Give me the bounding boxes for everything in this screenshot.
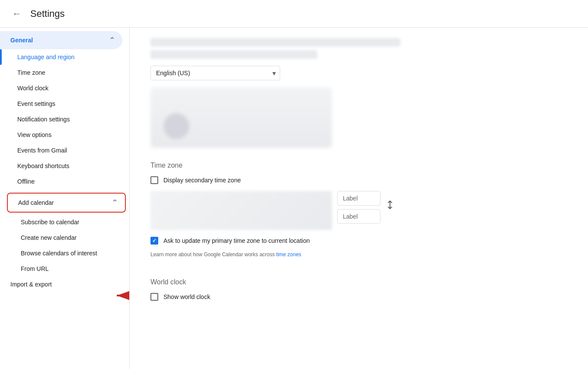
sidebar-item-notification-settings[interactable]: Notification settings bbox=[0, 111, 129, 127]
add-calendar-chevron-icon: ⌃ bbox=[112, 198, 118, 207]
sidebar-add-calendar-label: Add calendar bbox=[18, 199, 54, 206]
timezone-select-area bbox=[150, 191, 332, 230]
sidebar-item-world-clock[interactable]: World clock bbox=[0, 80, 129, 96]
show-world-clock-checkbox[interactable] bbox=[150, 293, 158, 301]
blurred-row-1 bbox=[150, 38, 400, 47]
ask-update-tz-row: Ask to update my primary time zone to cu… bbox=[150, 237, 567, 245]
secondary-tz-row: Display secondary time zone bbox=[150, 176, 567, 184]
language-select-container[interactable]: English (US)English (UK)SpanishFrenchGer… bbox=[150, 66, 280, 80]
sidebar-item-subscribe[interactable]: Subscribe to calendar bbox=[0, 214, 129, 230]
swap-timezone-icon[interactable] bbox=[386, 191, 394, 210]
sidebar-item-time-zone[interactable]: Time zone bbox=[0, 65, 129, 80]
learn-more-text: Learn more about how Google Calendar wor… bbox=[150, 251, 567, 258]
content-area: English (US)English (UK)SpanishFrenchGer… bbox=[130, 28, 588, 369]
sidebar-item-event-settings[interactable]: Event settings bbox=[0, 96, 129, 111]
timezone-heading: Time zone bbox=[150, 162, 567, 169]
blurred-row-2 bbox=[150, 50, 317, 59]
time-zones-link[interactable]: time zones bbox=[276, 251, 301, 258]
world-clock-heading: World clock bbox=[150, 278, 567, 286]
sidebar-item-offline[interactable]: Offline bbox=[0, 174, 129, 189]
secondary-tz-label: Display secondary time zone bbox=[163, 177, 241, 184]
page-title: Settings bbox=[30, 8, 65, 19]
show-world-clock-label: Show world clock bbox=[163, 293, 210, 300]
sidebar-add-calendar-items: Subscribe to calendar Create new calenda… bbox=[0, 214, 129, 277]
sidebar-item-events-from-gmail[interactable]: Events from Gmail bbox=[0, 143, 129, 158]
world-clock-section: World clock Show world clock bbox=[150, 278, 567, 301]
back-button[interactable]: ← bbox=[10, 7, 23, 20]
language-select[interactable]: English (US)English (UK)SpanishFrenchGer… bbox=[150, 66, 280, 80]
show-world-clock-row: Show world clock bbox=[150, 293, 567, 301]
timezone-blurred-selects bbox=[150, 191, 332, 230]
sidebar-item-language-region[interactable]: Language and region bbox=[0, 49, 129, 65]
language-blurred-top bbox=[150, 38, 567, 59]
language-dropdown-area: English (US)English (UK)SpanishFrenchGer… bbox=[150, 66, 567, 80]
sidebar: General ⌃ Language and region Time zone … bbox=[0, 28, 130, 369]
country-region-blurred bbox=[150, 87, 332, 148]
sidebar-general-label: General bbox=[10, 37, 33, 44]
sidebar-item-view-options[interactable]: View options bbox=[0, 127, 129, 143]
timezone-label-2[interactable] bbox=[337, 209, 380, 224]
sidebar-item-create-new-calendar[interactable]: Create new calendar bbox=[0, 230, 129, 245]
timezone-labels bbox=[337, 191, 380, 224]
ask-update-tz-label: Ask to update my primary time zone to cu… bbox=[163, 237, 310, 244]
general-chevron-icon: ⌃ bbox=[109, 35, 115, 45]
sidebar-item-keyboard-shortcuts[interactable]: Keyboard shortcuts bbox=[0, 158, 129, 174]
sidebar-add-calendar-header[interactable]: Add calendar ⌃ bbox=[7, 193, 126, 213]
main-layout: General ⌃ Language and region Time zone … bbox=[0, 28, 588, 369]
sidebar-item-from-url[interactable]: From URL bbox=[0, 261, 129, 277]
settings-header: ← Settings bbox=[0, 0, 588, 28]
sidebar-item-browse-calendars[interactable]: Browse calendars of interest bbox=[0, 245, 129, 261]
secondary-tz-checkbox[interactable] bbox=[150, 176, 158, 184]
ask-update-tz-checkbox[interactable] bbox=[150, 237, 158, 245]
sidebar-general-header[interactable]: General ⌃ bbox=[0, 31, 122, 49]
timezone-label-1[interactable] bbox=[337, 191, 380, 206]
timezone-inputs bbox=[150, 191, 567, 230]
sidebar-import-export[interactable]: Import & export bbox=[0, 277, 129, 292]
sidebar-general-items: Language and region Time zone World cloc… bbox=[0, 49, 129, 189]
timezone-section: Time zone Display secondary time zone bbox=[150, 162, 567, 258]
